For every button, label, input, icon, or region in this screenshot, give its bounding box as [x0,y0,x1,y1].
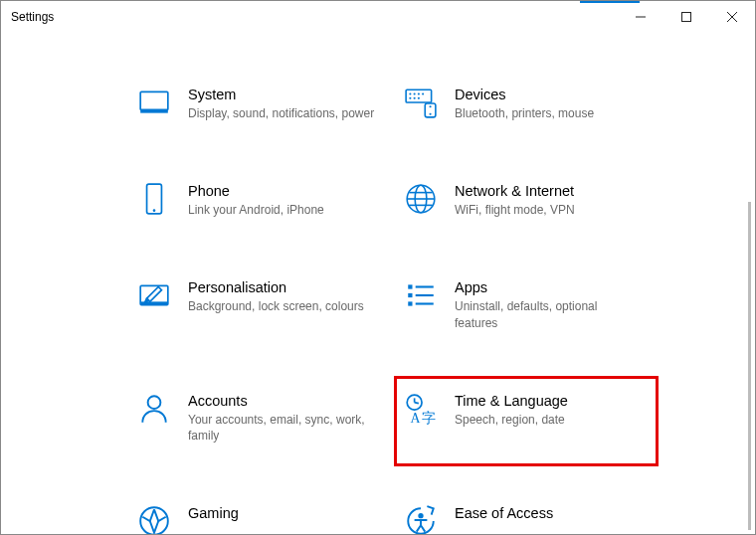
category-desc: WiFi, flight mode, VPN [455,202,575,218]
settings-grid: System Display, sound, notifications, po… [130,81,687,534]
system-icon [136,85,172,120]
devices-icon [403,85,439,120]
category-ease-of-access[interactable]: Ease of Access [397,499,656,534]
svg-text:字: 字 [422,411,436,426]
category-title: Time & Language [455,393,568,409]
svg-rect-6 [406,89,432,102]
category-desc: Display, sound, notifications, power [188,105,374,121]
time-language-icon: A 字 [403,391,439,427]
category-title: Phone [188,183,324,199]
apps-list-icon [403,277,439,313]
svg-rect-27 [408,293,412,297]
category-title: Ease of Access [455,505,553,521]
svg-rect-4 [140,91,168,109]
paintbrush-icon [136,277,172,313]
svg-rect-1 [682,13,691,22]
person-icon [136,391,172,427]
category-personalisation[interactable]: Personalisation Background, lock screen,… [130,273,389,334]
category-devices[interactable]: Devices Bluetooth, printers, mouse [397,81,656,125]
svg-rect-29 [416,286,434,288]
category-desc: Speech, region, date [455,412,568,428]
category-time-language[interactable]: A 字 Time & Language Speech, region, date [397,379,656,463]
svg-point-39 [418,513,423,518]
category-title: Accounts [188,393,377,409]
maximize-button[interactable] [663,1,709,33]
svg-rect-30 [416,294,434,296]
svg-line-35 [415,402,419,403]
category-title: Devices [455,87,594,102]
window-controls [618,1,755,33]
category-phone[interactable]: Phone Link your Android, iPhone [130,177,389,222]
category-title: Network & Internet [455,183,575,199]
category-desc: Your accounts, email, sync, work, family [188,412,377,444]
category-apps[interactable]: Apps Uninstall, defaults, optional featu… [397,273,656,334]
category-gaming[interactable]: Gaming [130,499,389,534]
category-desc: Uninstall, defaults, optional features [455,298,644,330]
svg-rect-26 [408,285,412,289]
category-desc: Link your Android, iPhone [188,202,324,218]
globe-icon [403,181,439,217]
category-title: Personalisation [188,279,364,295]
category-network[interactable]: Network & Internet WiFi, flight mode, VP… [397,177,656,222]
category-title: System [188,87,374,102]
category-desc: Bluetooth, printers, mouse [455,105,594,121]
category-title: Apps [455,279,644,295]
phone-icon [136,181,172,217]
svg-rect-31 [416,303,434,305]
ease-of-access-icon [403,503,439,534]
close-button[interactable] [709,1,755,33]
category-system[interactable]: System Display, sound, notifications, po… [130,81,389,125]
category-desc: Background, lock screen, colours [188,298,364,314]
svg-point-32 [148,396,161,409]
minimize-button[interactable] [618,1,663,33]
title-bar: Settings [1,1,755,33]
svg-rect-14 [425,103,436,117]
svg-text:A: A [410,411,420,426]
window-title: Settings [11,10,54,24]
gaming-icon [136,503,172,534]
scrollbar[interactable] [748,202,751,530]
category-title: Gaming [188,505,239,521]
svg-rect-5 [140,109,168,112]
settings-content: System Display, sound, notifications, po… [1,33,755,534]
category-accounts[interactable]: Accounts Your accounts, email, sync, wor… [130,387,389,447]
svg-rect-28 [408,302,412,306]
